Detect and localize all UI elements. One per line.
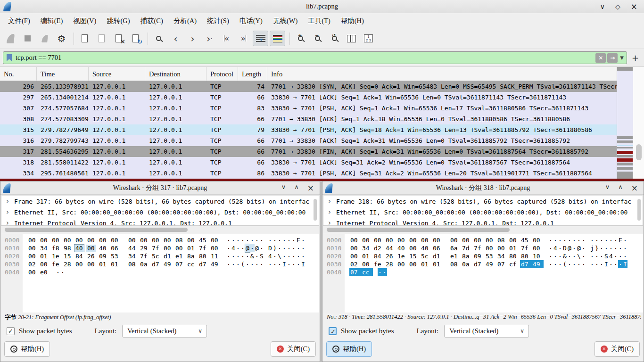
- tree-row[interactable]: Ethernet II, Src: 00:00:00_00:00:00 (00:…: [1, 207, 319, 218]
- close-file-icon[interactable]: ✕: [111, 31, 126, 46]
- filter-dropdown-icon[interactable]: ▼: [620, 55, 624, 60]
- help-button[interactable]: 帮助(H): [4, 341, 50, 357]
- resize-columns-icon[interactable]: [344, 31, 359, 46]
- hex-row[interactable]: 000000000000000000000000000008004500····…: [1, 236, 319, 244]
- bookmark-icon[interactable]: [7, 54, 12, 61]
- column-header-length[interactable]: Length: [238, 67, 267, 81]
- scrollbar-thumb[interactable]: [5, 228, 188, 232]
- close-button[interactable]: 关闭(C): [271, 341, 316, 357]
- zoom-reset-icon[interactable]: ↺: [327, 31, 342, 46]
- first-packet-icon[interactable]: «: [219, 31, 234, 46]
- find-packet-icon[interactable]: [151, 31, 166, 46]
- restart-capture-icon[interactable]: [37, 31, 52, 46]
- hex-row[interactable]: 002000011e1584260953347f5cd1e18a8011····…: [1, 252, 319, 260]
- clear-filter-icon[interactable]: ✕: [595, 53, 606, 63]
- menu-工具T[interactable]: 工具(T): [303, 15, 336, 27]
- apply-filter-icon[interactable]: →: [607, 53, 618, 63]
- menu-电话Y[interactable]: 电话(Y): [234, 15, 268, 27]
- intelligent-scrollbar[interactable]: [617, 67, 633, 179]
- menu-帮助H[interactable]: 帮助(H): [336, 15, 369, 27]
- go-to-packet-icon[interactable]: ›·: [202, 31, 217, 46]
- tree-hscrollbar[interactable]: [323, 227, 643, 233]
- column-header-no[interactable]: No.: [0, 67, 37, 81]
- minimize-icon[interactable]: [600, 3, 605, 10]
- packet-row-307[interactable]: 307274.577057684127.0.0.1127.0.0.1TCP833…: [0, 103, 617, 114]
- tree-hscrollbar[interactable]: [1, 227, 319, 233]
- tree-vscrollbar[interactable]: [314, 199, 317, 221]
- hex-row[interactable]: 000000000000000000000000000008004500····…: [323, 236, 643, 244]
- shade-icon[interactable]: [605, 183, 610, 193]
- start-capture-icon[interactable]: [3, 31, 18, 46]
- hex-dump-view[interactable]: 000000000000000000000000000008004500····…: [323, 234, 643, 313]
- menu-视图V[interactable]: 视图(V): [68, 15, 101, 27]
- tree-row[interactable]: Frame 317: 66 bytes on wire (528 bits), …: [1, 196, 319, 207]
- colorize-icon[interactable]: [270, 31, 285, 46]
- tree-vscrollbar[interactable]: [637, 199, 641, 221]
- menu-编辑E[interactable]: 编辑(E): [35, 15, 68, 27]
- hex-dump-view[interactable]: 000000000000000000000000000008004500····…: [1, 234, 319, 313]
- reload-file-icon[interactable]: ↻: [128, 31, 143, 46]
- hex-row[interactable]: 004007cc··: [323, 268, 643, 276]
- zoom-in-icon[interactable]: +: [293, 31, 308, 46]
- display-filter-input[interactable]: tcp.port == 7701 ✕ → ▼: [3, 51, 627, 64]
- protocol-tree[interactable]: Frame 318: 66 bytes on wire (528 bits), …: [323, 196, 643, 226]
- hex-row[interactable]: 0020000184261e155cd1e18a095334808010···&…: [323, 252, 643, 260]
- packet-row-297[interactable]: 297265.134001214127.0.0.1127.0.0.1TCP663…: [0, 92, 617, 103]
- tree-row[interactable]: Internet Protocol Version 4, Src: 127.0.…: [323, 218, 643, 226]
- column-header-info[interactable]: Info: [267, 67, 644, 81]
- menu-分析A[interactable]: 分析(A): [168, 15, 202, 27]
- protocol-tree[interactable]: Frame 317: 66 bytes on wire (528 bits), …: [1, 196, 319, 226]
- packet-row-334[interactable]: 334295.761480561127.0.0.1127.0.0.1TCP863…: [0, 168, 617, 179]
- hex-row[interactable]: 00300200fe2800000101080ad74907ccd749···(…: [1, 260, 319, 268]
- show-packet-bytes-checkbox[interactable]: [7, 327, 15, 335]
- column-header-source[interactable]: Source: [89, 67, 145, 81]
- add-filter-button[interactable]: +: [632, 51, 639, 64]
- menu-文件F[interactable]: 文件(F): [3, 15, 35, 27]
- unshade-icon[interactable]: [618, 183, 623, 193]
- packet-list[interactable]: 296265.133978931127.0.0.1127.0.0.1TCP747…: [0, 81, 617, 179]
- toggle-columns-icon[interactable]: 12 3: [361, 31, 376, 46]
- menu-无线W[interactable]: 无线(W): [268, 15, 303, 27]
- help-button[interactable]: 帮助(H): [326, 341, 372, 357]
- detail-title-bar[interactable]: Wireshark · 分组 318 · lib7.pcapng: [322, 181, 644, 195]
- unshade-icon[interactable]: [294, 183, 299, 193]
- open-file-icon[interactable]: [77, 31, 92, 46]
- packet-list-header[interactable]: No.TimeSourceDestinationProtocolLengthIn…: [0, 67, 644, 81]
- packet-row-317[interactable]: 317281.554636295127.0.0.1127.0.0.1TCP667…: [0, 146, 617, 157]
- capture-options-icon[interactable]: ⚙: [54, 31, 69, 46]
- auto-scroll-icon[interactable]: [253, 31, 268, 46]
- packet-row-316[interactable]: 316279.782799743127.0.0.1127.0.0.1TCP667…: [0, 135, 617, 146]
- hex-row[interactable]: 00100034f8984000400644297f0000017f00·4··…: [1, 244, 319, 252]
- scrollbar-thumb[interactable]: [636, 144, 642, 160]
- layout-select[interactable]: Vertical (Stacked) ∨: [444, 325, 529, 337]
- go-back-icon[interactable]: ‹: [168, 31, 183, 46]
- shade-icon[interactable]: [281, 183, 286, 193]
- packet-row-296[interactable]: 296265.133978931127.0.0.1127.0.0.1TCP747…: [0, 81, 617, 92]
- zoom-out-icon[interactable]: −: [310, 31, 325, 46]
- stop-capture-icon[interactable]: [20, 31, 35, 46]
- menu-跳转G[interactable]: 跳转(G): [101, 15, 135, 27]
- maximize-icon[interactable]: [615, 3, 620, 10]
- go-forward-icon[interactable]: ›: [185, 31, 200, 46]
- close-icon[interactable]: [307, 183, 314, 193]
- packet-list-scrollbar[interactable]: [633, 67, 644, 179]
- hex-row[interactable]: 00300200fe2800000101080ad74907cfd749···(…: [323, 260, 643, 268]
- close-button[interactable]: 关闭(C): [594, 341, 640, 357]
- packet-row-315[interactable]: 315279.782779649127.0.0.1127.0.0.1TCP793…: [0, 124, 617, 135]
- hex-row[interactable]: 00100034d244400040066a7d7f0000017f00·4·D…: [323, 244, 643, 252]
- packet-row-308[interactable]: 308274.577083309127.0.0.1127.0.0.1TCP667…: [0, 114, 617, 124]
- hex-row[interactable]: 004000e0··: [1, 268, 319, 276]
- column-header-destination[interactable]: Destination: [145, 67, 206, 81]
- close-icon[interactable]: [631, 2, 637, 11]
- tree-row[interactable]: Ethernet II, Src: 00:00:00_00:00:00 (00:…: [323, 207, 643, 218]
- show-packet-bytes-checkbox[interactable]: [329, 327, 337, 335]
- tree-row[interactable]: Internet Protocol Version 4, Src: 127.0.…: [1, 218, 319, 226]
- column-header-time[interactable]: Time: [37, 67, 89, 81]
- packet-row-318[interactable]: 318281.558011422127.0.0.1127.0.0.1TCP663…: [0, 157, 617, 168]
- menu-捕获C[interactable]: 捕获(C): [135, 15, 168, 27]
- menu-统计S[interactable]: 统计(S): [202, 15, 234, 27]
- scrollbar-thumb[interactable]: [327, 228, 510, 232]
- title-bar[interactable]: lib7.pcapng: [0, 0, 644, 13]
- tree-row[interactable]: Frame 318: 66 bytes on wire (528 bits), …: [323, 196, 643, 207]
- close-icon[interactable]: [631, 183, 638, 193]
